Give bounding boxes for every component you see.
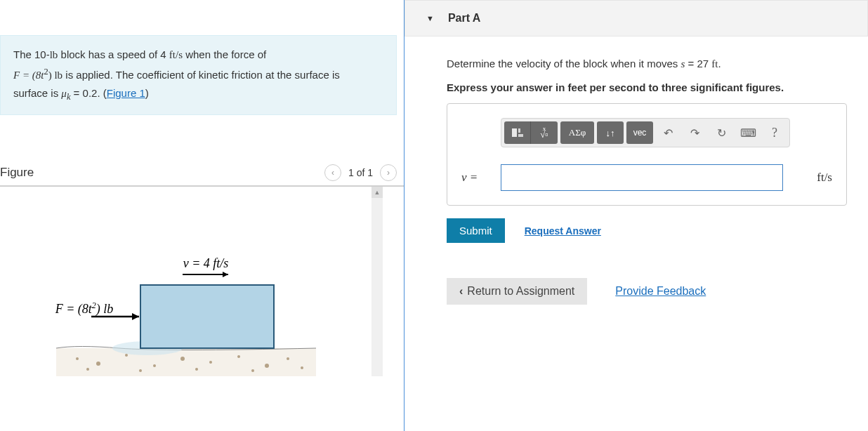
- problem-text: The 10-: [13, 48, 50, 60]
- svg-rect-23: [518, 134, 523, 137]
- force-expr: F = (8t: [13, 69, 44, 81]
- part-title: Part A: [448, 12, 481, 25]
- velocity-label: v = 4 ft/s: [183, 256, 229, 270]
- instruction: Express your answer in feet per second t…: [447, 81, 847, 93]
- answer-box: x√▫ ΑΣφ ↓↑ vec ↶ ↷ ↻ ⌨ ?: [447, 103, 847, 206]
- fraction-root-button[interactable]: x√▫: [531, 121, 558, 144]
- keyboard-button[interactable]: ⌨: [736, 121, 760, 144]
- svg-point-8: [265, 364, 269, 368]
- problem-text: block has a speed of 4: [58, 48, 169, 60]
- left-pane: The 10-lb block has a speed of 4 ft/s wh…: [0, 0, 404, 431]
- feedback-link[interactable]: Provide Feedback: [615, 285, 706, 298]
- problem-text: when the force of: [183, 48, 266, 60]
- figure-counter: 1 of 1: [348, 167, 373, 178]
- return-label: Return to Assignment: [467, 285, 574, 298]
- svg-marker-20: [132, 313, 139, 320]
- svg-point-12: [195, 368, 198, 371]
- return-button[interactable]: ‹ Return to Assignment: [447, 278, 587, 305]
- mu-symbol: μ: [61, 88, 67, 99]
- svg-rect-21: [512, 128, 517, 137]
- collapse-icon: ▼: [426, 14, 434, 22]
- question-pre: Determine the velocity of the block when…: [447, 58, 681, 69]
- figure-scrollbar[interactable]: ▲: [371, 187, 383, 376]
- svg-point-4: [153, 364, 156, 367]
- svg-rect-22: [518, 128, 520, 133]
- svg-point-6: [209, 361, 212, 364]
- answer-input[interactable]: [501, 164, 783, 191]
- svg-point-7: [237, 355, 240, 358]
- svg-point-3: [125, 354, 128, 357]
- variable-label: v =: [461, 171, 501, 185]
- problem-statement: The 10-lb block has a speed of 4 ft/s wh…: [0, 35, 397, 115]
- svg-rect-16: [140, 285, 274, 348]
- part-header[interactable]: ▼ Part A: [405, 0, 868, 37]
- svg-point-9: [287, 357, 289, 360]
- figure-next-button[interactable]: ›: [380, 164, 397, 181]
- svg-point-1: [76, 357, 79, 360]
- figure-title: Figure: [0, 166, 324, 180]
- question-eq: = 27: [685, 58, 711, 69]
- close-paren: ): [145, 87, 149, 99]
- svg-marker-18: [223, 272, 228, 277]
- request-answer-link[interactable]: Request Answer: [525, 225, 601, 237]
- right-pane: ▼ Part A Determine the velocity of the b…: [405, 0, 868, 431]
- question-text: Determine the velocity of the block when…: [447, 58, 847, 70]
- problem-text: surface is: [13, 87, 61, 99]
- undo-button[interactable]: ↶: [656, 121, 680, 144]
- mu-value: = 0.2. (: [70, 87, 106, 99]
- equation-toolbar: x√▫ ΑΣφ ↓↑ vec ↶ ↷ ↻ ⌨ ?: [501, 118, 790, 147]
- unit-label: ft/s: [783, 171, 832, 185]
- figure-section: Figure ‹ 1 of 1 › ▲: [0, 164, 404, 376]
- svg-rect-0: [56, 348, 316, 376]
- chevron-left-icon: ‹: [459, 285, 463, 298]
- vector-button[interactable]: vec: [626, 121, 653, 144]
- reset-button[interactable]: ↻: [709, 121, 733, 144]
- templates-button[interactable]: [504, 121, 531, 144]
- figure-diagram: v = 4 ft/s F = (8t2) lb: [35, 208, 337, 376]
- figure-prev-button[interactable]: ‹: [324, 164, 341, 181]
- greek-button[interactable]: ΑΣφ: [560, 121, 594, 144]
- figure-link[interactable]: Figure 1: [107, 87, 145, 99]
- force-suffix: ) lb: [48, 69, 63, 81]
- scroll-up-icon[interactable]: ▲: [371, 187, 383, 198]
- force-label: F = (8t2) lb: [55, 300, 114, 317]
- svg-point-5: [180, 357, 185, 361]
- submit-button[interactable]: Submit: [447, 218, 505, 243]
- redo-button[interactable]: ↷: [683, 121, 706, 144]
- subscript-button[interactable]: ↓↑: [597, 121, 624, 144]
- help-button[interactable]: ?: [763, 121, 787, 144]
- svg-point-11: [139, 369, 142, 372]
- question-end: .: [718, 58, 721, 69]
- unit-lb: lb: [50, 49, 58, 60]
- svg-point-14: [301, 366, 303, 369]
- svg-point-13: [251, 369, 254, 372]
- problem-text: is applied. The coefficient of kinetic f…: [63, 69, 340, 81]
- unit-fts: ft/s: [169, 49, 183, 60]
- svg-point-2: [96, 362, 100, 366]
- svg-point-10: [86, 368, 89, 371]
